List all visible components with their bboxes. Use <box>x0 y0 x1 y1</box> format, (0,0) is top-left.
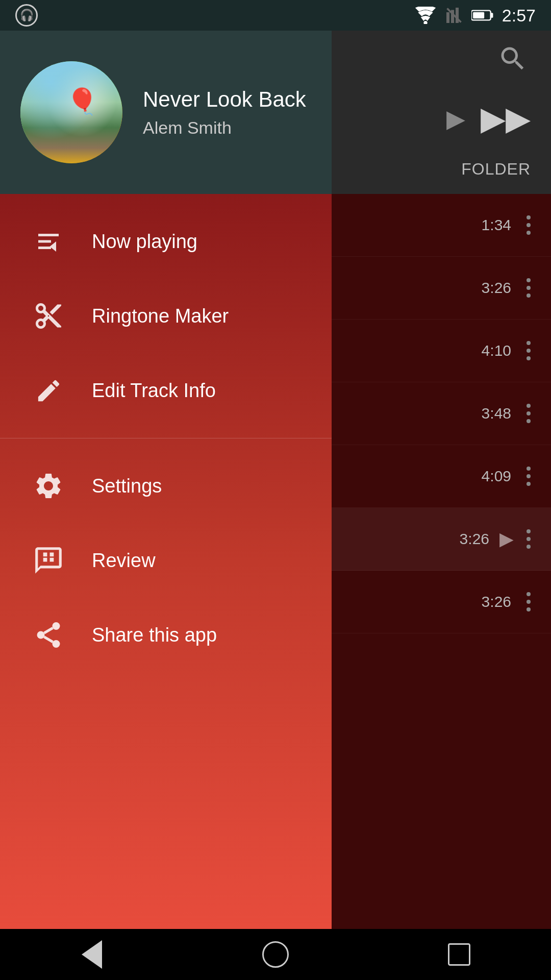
svg-point-9 <box>37 631 45 639</box>
table-row: 3:48 <box>332 382 551 445</box>
drawer-header: Never Look Back Alem Smith <box>0 31 332 194</box>
search-button[interactable] <box>495 41 531 77</box>
home-icon <box>262 941 289 968</box>
nav-home-button[interactable] <box>255 934 296 975</box>
table-row: 3:26 ▶ <box>332 508 551 571</box>
status-right: 2:57 <box>414 6 536 26</box>
nav-back-button[interactable] <box>71 934 112 975</box>
track-artist: Alem Smith <box>143 118 311 138</box>
track-options-button[interactable] <box>521 336 536 365</box>
navigation-bar <box>0 929 551 980</box>
table-row: 4:10 <box>332 320 551 382</box>
svg-line-12 <box>44 628 53 633</box>
review-label: Review <box>92 550 156 572</box>
nav-recent-button[interactable] <box>439 934 480 975</box>
edit-track-info-label: Edit Track Info <box>92 380 216 402</box>
album-art-image <box>20 61 122 163</box>
svg-point-10 <box>53 640 60 648</box>
svg-rect-6 <box>491 13 493 17</box>
pencil-icon <box>31 373 66 408</box>
menu-item-share[interactable]: Share this app <box>0 598 332 672</box>
menu-item-review[interactable]: Review <box>0 523 332 598</box>
play-button[interactable]: ▶ <box>446 104 465 133</box>
track-duration: 3:26 <box>460 530 489 548</box>
left-drawer: Never Look Back Alem Smith Now playing <box>0 31 332 929</box>
right-panel-header: ▶ ▶▶ FOLDER <box>332 31 551 194</box>
track-options-button[interactable] <box>521 273 536 303</box>
status-left <box>15 4 38 27</box>
track-options-button[interactable] <box>521 524 536 554</box>
gear-icon <box>31 468 66 504</box>
track-duration: 3:48 <box>482 405 511 422</box>
track-options-button[interactable] <box>521 461 536 491</box>
headphone-icon <box>15 4 38 27</box>
svg-point-0 <box>423 21 427 24</box>
active-play-icon: ▶ <box>499 528 514 550</box>
track-options-button[interactable] <box>521 587 536 617</box>
menu-item-ringtone-maker[interactable]: Ringtone Maker <box>0 279 332 353</box>
back-icon <box>82 940 102 969</box>
table-row: 4:09 <box>332 445 551 508</box>
track-duration: 3:26 <box>482 593 511 610</box>
track-options-button[interactable] <box>521 399 536 428</box>
track-options-button[interactable] <box>521 210 536 240</box>
share-icon <box>31 617 66 653</box>
main-layout: Never Look Back Alem Smith Now playing <box>0 31 551 929</box>
album-art <box>20 61 122 163</box>
playback-controls: ▶ ▶▶ <box>446 100 531 137</box>
track-duration: 4:09 <box>482 468 511 485</box>
menu-item-settings[interactable]: Settings <box>0 449 332 523</box>
ringtone-maker-label: Ringtone Maker <box>92 305 229 327</box>
skip-next-button[interactable]: ▶▶ <box>481 100 531 137</box>
track-duration: 1:34 <box>482 216 511 234</box>
table-row: 3:26 <box>332 571 551 633</box>
recent-icon <box>448 943 470 966</box>
share-label: Share this app <box>92 624 217 646</box>
svg-rect-7 <box>473 12 484 19</box>
menu-section-bottom: Settings Review <box>0 438 332 682</box>
drawer-menu: Now playing Ringtone Maker <box>0 194 332 929</box>
battery-icon <box>471 8 494 22</box>
folder-label: FOLDER <box>461 160 531 179</box>
status-bar: 2:57 <box>0 0 551 31</box>
svg-point-8 <box>53 622 60 630</box>
table-row: 1:34 <box>332 194 551 257</box>
menu-item-edit-track-info[interactable]: Edit Track Info <box>0 353 332 428</box>
track-duration: 3:26 <box>482 279 511 297</box>
review-icon <box>31 543 66 578</box>
track-info: Never Look Back Alem Smith <box>143 87 311 138</box>
svg-rect-1 <box>446 12 449 23</box>
menu-section-top: Now playing Ringtone Maker <box>0 194 332 438</box>
track-duration: 4:10 <box>482 342 511 359</box>
status-time: 2:57 <box>502 6 536 26</box>
now-playing-label: Now playing <box>92 231 197 253</box>
track-list: 1:34 3:26 4:10 3:48 <box>332 194 551 929</box>
queue-music-icon <box>31 224 66 259</box>
svg-line-11 <box>44 637 53 642</box>
settings-label: Settings <box>92 475 162 497</box>
scissors-icon <box>31 298 66 334</box>
signal-blocked-icon <box>445 6 463 24</box>
table-row: 3:26 <box>332 257 551 320</box>
menu-item-now-playing[interactable]: Now playing <box>0 204 332 279</box>
track-title: Never Look Back <box>143 87 311 112</box>
wifi-icon <box>414 7 437 24</box>
right-panel: ▶ ▶▶ FOLDER 1:34 3:26 4:10 <box>332 31 551 929</box>
